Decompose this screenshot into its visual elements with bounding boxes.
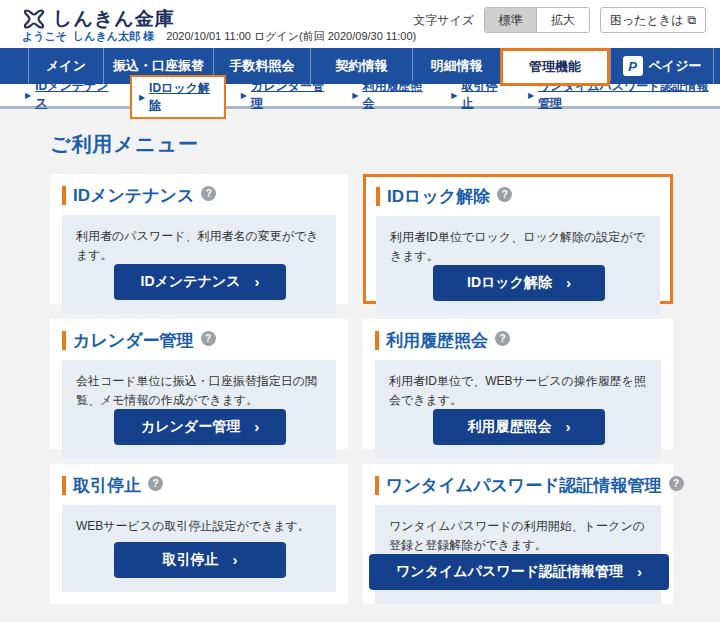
menu-card-grid: IDメンテナンス ? 利用者のパスワード、利用者名の変更ができます。 IDメンテ…: [50, 174, 673, 604]
card-id-unlock: IDロック解除 ? 利用者ID単位でロック、ロック解除の設定ができます。 IDロ…: [363, 174, 673, 304]
card-description: 利用者のパスワード、利用者名の変更ができます。: [76, 227, 324, 264]
subnav-item-id-unlock[interactable]: ▶ IDロック解除: [130, 75, 226, 119]
card-title-row: IDロック解除 ?: [376, 185, 660, 208]
stop-transactions-button[interactable]: 取引停止 ›: [114, 542, 286, 578]
header: しんきん金庫 文字サイズ 標準 拡大 困ったときは ⧉ ようこそ しんきん太郎 …: [0, 0, 720, 48]
font-size-toggle: 標準 拡大: [484, 7, 590, 33]
card-calendar: カレンダー管理 ? 会社コード単位に振込・口座振替指定日の閲覧、メモ情報の作成が…: [50, 319, 348, 449]
button-label: 利用履歴照会: [468, 418, 552, 436]
chevron-right-icon: ›: [254, 273, 259, 290]
card-title: ワンタイムパスワード認証情報管理: [386, 474, 662, 497]
chevron-right-icon: ›: [566, 418, 571, 435]
button-label: カレンダー管理: [141, 418, 240, 436]
nav-spacer: [0, 48, 28, 84]
subnav-link-label: IDメンテナンス: [35, 78, 115, 112]
chevron-right-icon: ›: [637, 563, 642, 580]
button-row: 利用履歴照会 ›: [389, 409, 649, 447]
font-size-standard-button[interactable]: 標準: [485, 8, 537, 32]
help-button-label: 困ったときは: [610, 12, 683, 29]
card-panel: WEBサービスの取引停止設定ができます。 取引停止 ›: [62, 505, 336, 592]
welcome-bar: ようこそ しんきん太郎 様 2020/10/01 11:00 ログイン(前回 2…: [22, 29, 416, 44]
font-size-large-button[interactable]: 拡大: [537, 8, 589, 32]
card-title-row: ワンタイムパスワード認証情報管理 ?: [375, 474, 661, 497]
calendar-management-button[interactable]: カレンダー管理 ›: [114, 409, 286, 445]
arrow-icon: ▶: [25, 91, 31, 100]
header-controls: 文字サイズ 標準 拡大 困ったときは ⧉: [413, 7, 706, 33]
button-row: IDロック解除 ›: [390, 265, 648, 303]
card-description: ワンタイムパスワードの利用開始、トークンの登録と登録解除ができます。: [389, 517, 649, 554]
usage-history-button[interactable]: 利用履歴照会 ›: [433, 409, 605, 445]
card-panel: 会社コード単位に振込・口座振替指定日の閲覧、メモ情報の作成ができます。 カレンダ…: [62, 360, 336, 459]
button-row: ワンタイムパスワード認証情報管理 ›: [389, 554, 649, 592]
chevron-right-icon: ›: [233, 551, 238, 568]
button-label: IDメンテナンス: [141, 273, 241, 291]
card-title-row: IDメンテナンス ?: [62, 184, 336, 207]
title-accent-bar: [375, 331, 379, 350]
external-link-icon: ⧉: [687, 13, 696, 27]
card-stop-transactions: 取引停止 ? WEBサービスの取引停止設定ができます。 取引停止 ›: [50, 464, 348, 604]
card-description: 利用者ID単位で、WEBサービスの操作履歴を照会できます。: [389, 372, 649, 409]
arrow-icon: ▶: [352, 91, 358, 100]
card-title: 取引停止: [73, 474, 141, 497]
button-row: IDメンテナンス ›: [76, 264, 324, 302]
user-name: しんきん太郎 様: [73, 29, 154, 44]
button-label: 取引停止: [163, 551, 219, 569]
nav-item-payeasy-label: ペイジー: [649, 57, 702, 75]
card-panel: 利用者ID単位でロック、ロック解除の設定ができます。 IDロック解除 ›: [376, 216, 660, 315]
help-icon[interactable]: ?: [669, 476, 684, 491]
button-label: IDロック解除: [467, 274, 552, 292]
card-panel: 利用者ID単位で、WEBサービスの操作履歴を照会できます。 利用履歴照会 ›: [375, 360, 661, 459]
arrow-icon: ▶: [241, 91, 247, 100]
nav-item-admin-active[interactable]: 管理機能: [500, 48, 610, 86]
card-id-maintenance: IDメンテナンス ? 利用者のパスワード、利用者名の変更ができます。 IDメンテ…: [50, 174, 348, 304]
chevron-right-icon: ›: [254, 418, 259, 435]
card-usage-history: 利用履歴照会 ? 利用者ID単位で、WEBサービスの操作履歴を照会できます。 利…: [363, 319, 673, 449]
font-size-label: 文字サイズ: [413, 12, 474, 29]
help-icon[interactable]: ?: [148, 476, 163, 491]
title-accent-bar: [62, 476, 66, 495]
button-row: 取引停止 ›: [76, 542, 324, 580]
help-icon[interactable]: ?: [497, 187, 512, 202]
welcome-prefix: ようこそ: [22, 29, 67, 44]
id-unlock-button[interactable]: IDロック解除 ›: [433, 265, 605, 301]
title-accent-bar: [375, 476, 379, 495]
shinkin-logo-icon: [22, 7, 46, 31]
card-title: IDロック解除: [387, 185, 490, 208]
card-title: IDメンテナンス: [73, 184, 194, 207]
help-link-button[interactable]: 困ったときは ⧉: [600, 7, 706, 33]
button-label: ワンタイムパスワード認証情報管理: [396, 563, 623, 581]
subnav: ▶ IDメンテナンス ▶ IDロック解除 ▶ カレンダー管理 ▶ 利用履歴照会 …: [0, 84, 720, 106]
payeasy-icon: P: [623, 56, 643, 76]
chevron-right-icon: ›: [566, 274, 571, 291]
arrow-icon: ▶: [528, 91, 534, 100]
main-content: ご利用メニュー IDメンテナンス ? 利用者のパスワード、利用者名の変更ができま…: [0, 109, 720, 604]
card-panel: ワンタイムパスワードの利用開始、トークンの登録と登録解除ができます。 ワンタイム…: [375, 505, 661, 604]
page-title: ご利用メニュー: [50, 131, 673, 158]
arrow-icon: ▶: [451, 91, 457, 100]
card-title-row: カレンダー管理 ?: [62, 329, 336, 352]
subnav-link-label: IDロック解除: [149, 80, 217, 114]
help-icon[interactable]: ?: [201, 331, 216, 346]
card-description: 利用者ID単位でロック、ロック解除の設定ができます。: [390, 228, 648, 265]
card-description: WEBサービスの取引停止設定ができます。: [76, 517, 324, 536]
card-title-row: 利用履歴照会 ?: [375, 329, 661, 352]
subnav-item-id-maintenance[interactable]: ▶ IDメンテナンス: [25, 78, 115, 112]
card-title: カレンダー管理: [73, 329, 194, 352]
login-timestamp: 2020/10/01 11:00 ログイン(前回 2020/09/30 11:0…: [166, 29, 416, 44]
title-accent-bar: [62, 331, 66, 350]
card-otp-management: ワンタイムパスワード認証情報管理 ? ワンタイムパスワードの利用開始、トークンの…: [363, 464, 673, 604]
title-accent-bar: [62, 186, 66, 205]
card-panel: 利用者のパスワード、利用者名の変更ができます。 IDメンテナンス ›: [62, 215, 336, 314]
help-icon[interactable]: ?: [495, 331, 510, 346]
help-icon[interactable]: ?: [201, 186, 216, 201]
id-maintenance-button[interactable]: IDメンテナンス ›: [114, 264, 286, 300]
otp-management-button[interactable]: ワンタイムパスワード認証情報管理 ›: [369, 554, 669, 590]
subnav-item-usage-history[interactable]: ▶ 利用履歴照会: [352, 78, 429, 112]
subnav-item-calendar[interactable]: ▶ カレンダー管理: [241, 78, 330, 112]
subnav-item-stop-transactions[interactable]: ▶ 取引停止: [451, 78, 506, 112]
button-row: カレンダー管理 ›: [76, 409, 324, 447]
card-description: 会社コード単位に振込・口座振替指定日の閲覧、メモ情報の作成ができます。: [76, 372, 324, 409]
title-accent-bar: [376, 187, 380, 206]
card-title: 利用履歴照会: [386, 329, 488, 352]
arrow-icon: ▶: [139, 93, 145, 102]
